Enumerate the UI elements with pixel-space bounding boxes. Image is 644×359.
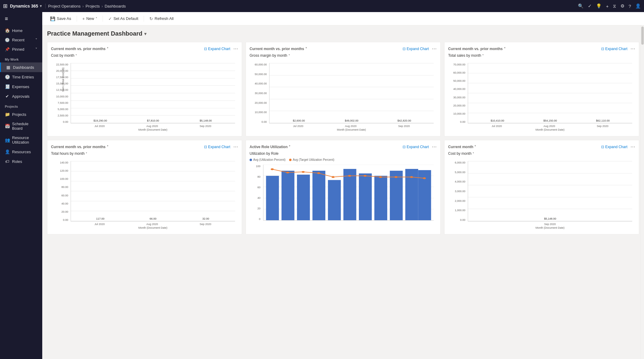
aru-y3: 60 bbox=[250, 186, 260, 189]
chart-th-subtitle-chevron[interactable]: ˅ bbox=[86, 152, 87, 155]
sidebar-item-projects[interactable]: 📁 Projects bbox=[0, 110, 42, 119]
aru-bar4[interactable] bbox=[312, 171, 325, 220]
resource-utilization-icon: 👥 bbox=[5, 138, 10, 142]
aru-expand-button[interactable]: ⊡ Expand Chart bbox=[403, 145, 429, 149]
cc-expand-button[interactable]: ⊡ Expand Chart bbox=[601, 145, 627, 149]
gm-more-button[interactable]: ⋯ bbox=[432, 46, 437, 52]
chart-gm-header-chevron[interactable]: ˅ bbox=[305, 47, 307, 50]
checkmark-icon[interactable]: ✓ bbox=[588, 3, 592, 9]
chart-gm-subtitle-chevron[interactable]: ˅ bbox=[289, 54, 290, 57]
app-name[interactable]: Dynamics 365 bbox=[10, 4, 38, 8]
breadcrumb-page[interactable]: Dashboards bbox=[105, 4, 126, 8]
app-brand: Dynamics 365 ▾ bbox=[10, 4, 46, 8]
aru-dot6 bbox=[348, 175, 351, 177]
chart-ts-subtitle-chevron[interactable]: ˅ bbox=[482, 54, 484, 57]
cost-xlabels: Jul 2020 Aug 2020 Sep 2020 bbox=[71, 123, 235, 128]
aru-dot4 bbox=[317, 172, 320, 174]
ts-y3: 30,000.00 bbox=[451, 96, 465, 99]
chart-cc-header-right: ⊡ Expand Chart ⋯ bbox=[601, 144, 635, 150]
refresh-all-label: Refresh All bbox=[155, 16, 174, 21]
aru-chart-area bbox=[263, 165, 434, 221]
chart-cc-header-chevron[interactable]: ˅ bbox=[474, 145, 476, 148]
sidebar-item-dashboards[interactable]: ▦ Dashboards bbox=[0, 62, 42, 72]
cost-y0: 0.00 bbox=[53, 120, 68, 123]
aru-bar3[interactable] bbox=[297, 175, 310, 220]
search-icon[interactable]: 🔍 bbox=[578, 3, 584, 9]
chart-cc-subtitle-chevron[interactable]: ˅ bbox=[473, 152, 474, 155]
aru-bar2[interactable] bbox=[282, 171, 295, 220]
chart-aru-header-chevron[interactable]: ˅ bbox=[289, 145, 290, 148]
chart-cost-header-chevron[interactable]: ˅ bbox=[107, 47, 108, 50]
app-chevron[interactable]: ▾ bbox=[40, 4, 42, 8]
sidebar-pinned-label: Pinned bbox=[12, 47, 24, 52]
aru-bar9[interactable] bbox=[390, 171, 403, 220]
ts-y7: 70,000.00 bbox=[451, 63, 465, 66]
pinned-icon: 📌 bbox=[5, 47, 10, 52]
aru-more-button[interactable]: ⋯ bbox=[432, 144, 437, 150]
new-button[interactable]: + New ˅ bbox=[79, 15, 100, 23]
cc-bars-container: $5,148.00 bbox=[468, 161, 632, 221]
user-icon[interactable]: 👤 bbox=[635, 3, 641, 9]
chart-cost-subtitle-chevron[interactable]: ˅ bbox=[75, 54, 77, 57]
help-icon[interactable]: ? bbox=[629, 4, 631, 9]
aru-bar8[interactable] bbox=[374, 176, 387, 220]
sidebar-item-resources[interactable]: 👤 Resources bbox=[0, 147, 42, 157]
th-bar-sep: 32.00 bbox=[197, 217, 214, 221]
cc-xaxis-title: Month (Document Date) bbox=[468, 226, 632, 229]
sidebar-time-entries-label: Time Entries bbox=[12, 75, 34, 79]
chart-th-subtitle-text: Total hours by month bbox=[51, 151, 84, 156]
aru-bar5[interactable] bbox=[328, 180, 341, 220]
roles-icon: 🏷 bbox=[5, 159, 10, 164]
ts-expand-button[interactable]: ⊡ Expand Chart bbox=[601, 47, 627, 51]
ts-expand-icon: ⊡ bbox=[601, 47, 604, 51]
set-as-default-button[interactable]: ✓ Set As Default bbox=[105, 15, 141, 23]
sidebar-item-resource-utilization[interactable]: 👥 Resource Utilization bbox=[0, 133, 42, 147]
sidebar-pinned-header[interactable]: 📌 Pinned ˅ bbox=[0, 45, 42, 54]
settings-icon[interactable]: ⚙ bbox=[620, 3, 624, 9]
sidebar-item-expenses[interactable]: 🧾 Expenses bbox=[0, 82, 42, 91]
sidebar-collapse-button[interactable]: ≡ bbox=[0, 12, 42, 26]
plus-icon[interactable]: + bbox=[606, 4, 609, 9]
ts-bar-aug: $54,150.00 bbox=[542, 119, 558, 123]
chart-cost-header-right: ⊡ Expand Chart ⋯ bbox=[204, 46, 238, 52]
ts-more-button[interactable]: ⋯ bbox=[630, 46, 635, 52]
waffle-icon[interactable]: ⊞ bbox=[3, 3, 8, 9]
th-expand-button[interactable]: ⊡ Expand Chart bbox=[204, 145, 230, 149]
aru-bar7[interactable] bbox=[359, 173, 372, 220]
aru-bar1[interactable] bbox=[266, 176, 279, 220]
sidebar-item-approvals[interactable]: ✔ Approvals bbox=[0, 91, 42, 101]
right-scrollbar[interactable] bbox=[640, 25, 644, 359]
lightbulb-icon[interactable]: 💡 bbox=[596, 3, 602, 9]
refresh-all-button[interactable]: ↻ Refresh All bbox=[146, 15, 177, 23]
cc-y1: 1,000.00 bbox=[451, 209, 465, 212]
breadcrumb-section[interactable]: Projects bbox=[85, 4, 100, 8]
gm-y2: 20,000.00 bbox=[252, 101, 267, 104]
save-as-button[interactable]: 💾 Save As bbox=[47, 15, 74, 23]
sidebar-recent-header[interactable]: 🕐 Recent ˅ bbox=[0, 35, 42, 45]
cost-y7: 17,500.00 bbox=[53, 76, 68, 79]
cc-y5: 5,000.00 bbox=[451, 171, 465, 174]
th-y7: 140.00 bbox=[53, 161, 68, 164]
aru-y1: 20 bbox=[250, 207, 260, 210]
page-title-chevron[interactable]: ▾ bbox=[144, 31, 146, 36]
funnel-icon[interactable]: ⧖ bbox=[613, 3, 616, 9]
scrollbar-thumb[interactable] bbox=[641, 27, 644, 45]
chart-active-role-utilization: Active Role Utilization ˅ ⊡ Expand Chart… bbox=[246, 140, 441, 234]
th-more-button[interactable]: ⋯ bbox=[233, 144, 238, 150]
chart-cost-subtitle-text: Cost by month bbox=[51, 53, 74, 58]
chart-th-header-chevron[interactable]: ˅ bbox=[107, 145, 108, 148]
aru-svg bbox=[263, 165, 434, 220]
sidebar-item-home[interactable]: 🏠 Home bbox=[0, 26, 42, 35]
chart-aru-header-left: Active Role Utilization ˅ bbox=[250, 145, 290, 149]
gm-expand-button[interactable]: ⊡ Expand Chart bbox=[403, 47, 429, 51]
cost-more-button[interactable]: ⋯ bbox=[233, 46, 238, 52]
cc-more-button[interactable]: ⋯ bbox=[630, 144, 635, 150]
resources-icon: 👤 bbox=[5, 149, 10, 154]
chart-ts-header-chevron[interactable]: ˅ bbox=[504, 47, 505, 50]
sidebar-item-roles[interactable]: 🏷 Roles bbox=[0, 157, 42, 166]
breadcrumb-module[interactable]: Project Operations bbox=[48, 4, 81, 8]
sidebar-item-schedule-board[interactable]: 📅 Schedule Board bbox=[0, 119, 42, 133]
chart-cc-header-label: Current month bbox=[448, 145, 473, 149]
sidebar-item-time-entries[interactable]: 🕐 Time Entries bbox=[0, 72, 42, 82]
cost-expand-button[interactable]: ⊡ Expand Chart bbox=[204, 47, 230, 51]
